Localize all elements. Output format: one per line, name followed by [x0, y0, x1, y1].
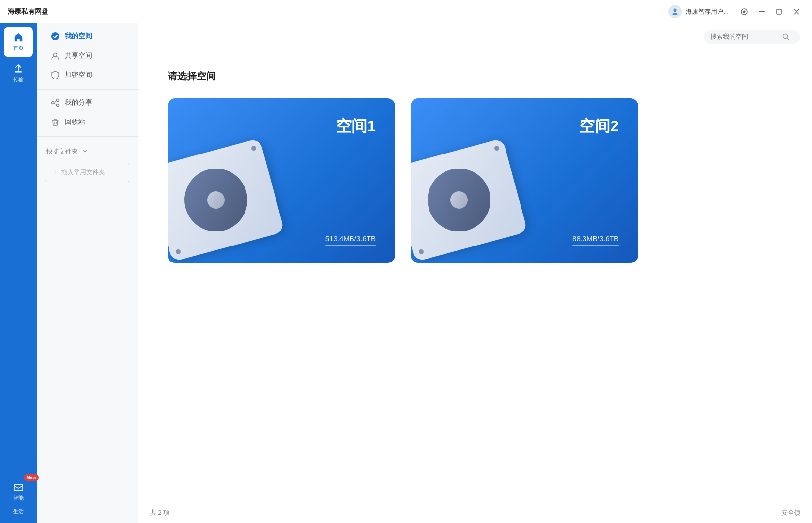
user-info[interactable]: 海康智存用户...: [668, 5, 729, 18]
sidebar-item-recycle[interactable]: 回收站: [41, 113, 134, 131]
sidebar-item-my-share[interactable]: 我的分享: [41, 93, 134, 112]
hdd-dot-bl: [175, 249, 181, 255]
sidebar-extra-section: 我的分享 回收站: [37, 93, 138, 137]
close-button[interactable]: [789, 4, 804, 19]
encrypted-space-icon: [50, 71, 60, 79]
hdd-dot-tr-2: [494, 145, 500, 151]
sidebar-item-transfer[interactable]: 传输: [4, 59, 33, 88]
sidebar-nav-section: 我的空间 共享空间 加密空间: [37, 27, 138, 90]
content-footer: 共 2 项 安全锁: [138, 502, 812, 523]
hdd-center: [205, 189, 227, 211]
window-controls: [736, 4, 804, 19]
smart-life-label2: 生活: [13, 508, 24, 514]
transfer-label: 传输: [13, 76, 24, 83]
footer-lock[interactable]: 安全锁: [781, 508, 800, 517]
hdd-center-2: [448, 189, 470, 211]
home-icon: [13, 32, 24, 43]
search-box[interactable]: [704, 30, 800, 44]
hdd-illustration-2: [411, 127, 541, 263]
hdd-illustration-1: [168, 127, 298, 263]
svg-rect-4: [759, 11, 765, 12]
sidebar-item-smart-life[interactable]: New 智能: [4, 477, 33, 507]
app-title: 海康私有网盘: [8, 7, 48, 16]
titlebar: 海康私有网盘 海康智存用户...: [0, 0, 812, 23]
hdd-outer: [168, 138, 285, 262]
shared-space-label: 共享空间: [65, 51, 92, 60]
minimize-button[interactable]: [754, 4, 769, 19]
svg-rect-5: [777, 9, 781, 14]
my-share-icon: [50, 98, 60, 107]
svg-point-11: [57, 104, 59, 107]
quick-folder-label: 快捷文件夹: [46, 147, 78, 156]
hdd-dot-bl-2: [418, 249, 424, 255]
encrypted-space-label: 加密空间: [65, 71, 92, 79]
main-layout: 首页 传输 New 智能: [0, 23, 812, 523]
content-header: [138, 23, 812, 50]
svg-point-0: [674, 8, 677, 12]
space2-storage-text: 88.3MB/3.6TB: [572, 234, 619, 243]
svg-point-3: [743, 10, 746, 13]
space2-title: 空间2: [579, 116, 619, 137]
svg-rect-8: [14, 484, 23, 491]
record-button[interactable]: [736, 4, 752, 19]
shared-space-icon: [50, 51, 60, 60]
new-badge: New: [24, 474, 39, 481]
footer-count: 共 2 项: [150, 508, 169, 517]
space1-storage: 513.4MB/3.6TB: [325, 234, 376, 246]
recycle-icon: [50, 118, 60, 126]
space1-title: 空间1: [336, 116, 376, 137]
smart-life-label: 智能: [13, 494, 24, 502]
quick-folder-chevron: [82, 148, 88, 155]
sidebar-item-encrypted-space[interactable]: 加密空间: [41, 66, 134, 84]
sidebar-narrow: 首页 传输 New 智能: [0, 23, 37, 523]
svg-point-1: [673, 13, 678, 15]
content-area: 请选择空间 空间1: [138, 23, 812, 523]
quick-folder-add[interactable]: + 拖入常用文件夹: [45, 163, 130, 182]
sidebar-bottom: New 智能 生活: [4, 477, 33, 515]
quick-folder-placeholder: 拖入常用文件夹: [61, 168, 105, 177]
hdd-dot-tr: [251, 145, 257, 151]
content-main: 请选择空间 空间1: [138, 50, 812, 502]
sidebar-item-shared-space[interactable]: 共享空间: [41, 46, 134, 65]
search-icon: [782, 33, 790, 41]
my-space-icon: [50, 32, 60, 41]
hdd-inner: [177, 161, 254, 238]
search-input[interactable]: [710, 33, 778, 40]
sidebar-item-home[interactable]: 首页: [4, 27, 33, 57]
transfer-icon: [13, 63, 24, 74]
hdd-outer-2: [411, 138, 528, 262]
plus-icon: +: [53, 168, 57, 177]
sidebar-quick-section: 快捷文件夹 + 拖入常用文件夹: [37, 140, 138, 186]
section-title: 请选择空间: [168, 70, 783, 83]
maximize-button[interactable]: [771, 4, 787, 19]
recycle-label: 回收站: [65, 118, 85, 126]
svg-point-10: [57, 99, 59, 102]
space2-underline: [572, 245, 619, 246]
quick-folder-header[interactable]: 快捷文件夹: [45, 144, 130, 159]
my-share-label: 我的分享: [65, 98, 92, 107]
space-cards: 空间1 513.4MB/3.6TB: [168, 98, 783, 263]
space1-storage-text: 513.4MB/3.6TB: [325, 234, 376, 243]
user-label: 海康智存用户...: [686, 7, 729, 16]
titlebar-right: 海康智存用户...: [668, 4, 804, 19]
user-avatar: [668, 5, 682, 18]
svg-point-12: [52, 102, 54, 104]
home-label: 首页: [13, 45, 24, 52]
space-card-1[interactable]: 空间1 513.4MB/3.6TB: [168, 98, 395, 263]
hdd-inner-2: [420, 161, 497, 238]
mail-icon: [13, 482, 24, 492]
sidebar-wide: 我的空间 共享空间 加密空间: [37, 23, 138, 523]
space-card-2[interactable]: 空间2 88.3MB/3.6TB: [411, 98, 638, 263]
space2-storage: 88.3MB/3.6TB: [572, 234, 619, 246]
space1-underline: [325, 245, 376, 246]
my-space-label: 我的空间: [65, 32, 92, 41]
sidebar-item-my-space[interactable]: 我的空间: [41, 27, 134, 46]
